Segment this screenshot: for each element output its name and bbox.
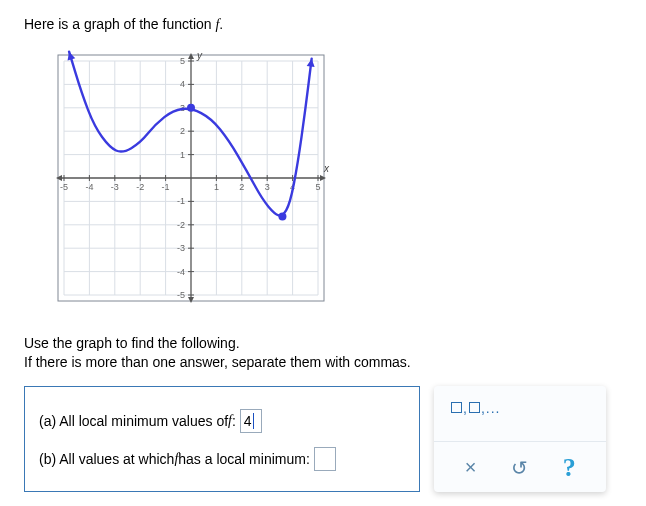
qa-a-prefix: (a) All local minimum values of [39, 413, 228, 429]
svg-text:-2: -2 [136, 182, 144, 192]
help-icon: ? [563, 453, 576, 483]
question-a: (a) All local minimum values of f : 4 [39, 409, 405, 433]
reset-button[interactable]: ↺ [506, 454, 534, 482]
svg-text:-2: -2 [177, 220, 185, 230]
svg-text:-4: -4 [177, 267, 185, 277]
svg-text:-4: -4 [85, 182, 93, 192]
qa-a-suffix: : [232, 413, 236, 429]
answer-a-input[interactable]: 4 [240, 409, 262, 433]
svg-text:x: x [323, 163, 330, 174]
instructions: Use the graph to find the following. If … [24, 334, 622, 372]
svg-text:-5: -5 [177, 290, 185, 300]
help-button[interactable]: ? [555, 454, 583, 482]
question-box: (a) All local minimum values of f : 4 (b… [24, 386, 420, 492]
qa-b-prefix: (b) All values at which [39, 451, 174, 467]
placeholder-box-icon [469, 402, 480, 413]
comma-separate-button[interactable]: ,,... [450, 400, 500, 416]
placeholder-box-icon [451, 402, 462, 413]
svg-text:3: 3 [265, 182, 270, 192]
svg-text:-1: -1 [177, 196, 185, 206]
question-b: (b) All values at which f has a local mi… [39, 447, 405, 471]
comma-hint: ,... [481, 400, 501, 416]
svg-text:2: 2 [239, 182, 244, 192]
svg-point-72 [278, 213, 286, 221]
intro-text: Here is a graph of the function f. [24, 16, 622, 33]
svg-text:1: 1 [180, 150, 185, 160]
svg-text:-3: -3 [111, 182, 119, 192]
svg-text:-1: -1 [162, 182, 170, 192]
intro-prefix: Here is a graph of the function [24, 16, 215, 32]
answer-a-value: 4 [244, 413, 252, 429]
svg-text:y: y [196, 50, 203, 61]
instructions-line1: Use the graph to find the following. [24, 334, 622, 353]
qa-b-suffix: has a local minimum: [178, 451, 310, 467]
clear-button[interactable]: × [457, 454, 485, 482]
svg-text:-3: -3 [177, 243, 185, 253]
svg-text:4: 4 [180, 79, 185, 89]
svg-text:2: 2 [180, 126, 185, 136]
svg-text:5: 5 [315, 182, 320, 192]
svg-point-71 [187, 104, 195, 112]
x-icon: × [465, 456, 477, 479]
reset-icon: ↺ [511, 456, 528, 480]
svg-text:1: 1 [214, 182, 219, 192]
svg-text:5: 5 [180, 56, 185, 66]
svg-text:-5: -5 [60, 182, 68, 192]
answer-b-input[interactable] [314, 447, 336, 471]
instructions-line2: If there is more than one answer, separa… [24, 353, 622, 372]
intro-suffix: . [219, 16, 223, 32]
tool-panel: ,,... × ↺ ? [434, 386, 606, 492]
graph: -5-4-3-2-112345-5-4-3-2-112345xy [46, 43, 622, 316]
